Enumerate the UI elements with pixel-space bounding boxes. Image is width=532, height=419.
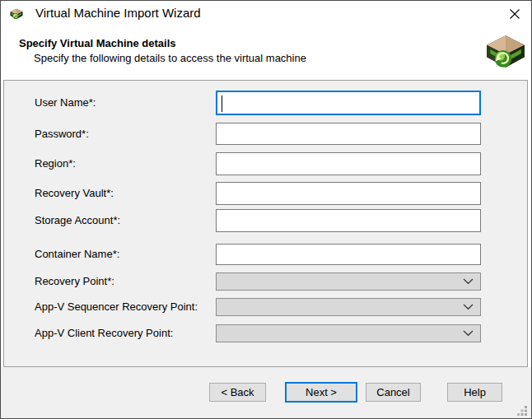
- region-label: Region*:: [35, 152, 76, 175]
- back-button[interactable]: < Back: [209, 383, 266, 402]
- recovery-vault-label: Recovery Vault*:: [35, 182, 114, 205]
- password-input-box: [216, 123, 481, 145]
- container-name-input-box: [216, 244, 481, 265]
- footer-bar: < Back Next > Cancel Help: [1, 367, 531, 418]
- region-input-box: [216, 152, 481, 175]
- titlebar: Virtual Machine Import Wizard: [1, 1, 531, 26]
- wizard-window: Virtual Machine Import Wizard Specify Vi…: [0, 0, 532, 419]
- user-name-input-box: [216, 91, 481, 115]
- user-name-input[interactable]: [217, 92, 479, 114]
- chevron-down-icon: [463, 330, 474, 337]
- password-label: Password*:: [35, 123, 89, 145]
- close-button[interactable]: [504, 5, 525, 23]
- help-button[interactable]: Help: [447, 383, 502, 402]
- wizard-header: Specify Virtual Machine details Specify …: [1, 26, 531, 80]
- cancel-button[interactable]: Cancel: [366, 383, 421, 402]
- app-icon: [10, 7, 23, 21]
- details-panel: User Name*: Password*: Region*: Recovery…: [3, 80, 528, 367]
- storage-account-input[interactable]: [217, 210, 480, 231]
- container-name-input[interactable]: [217, 244, 480, 264]
- appv-client-recovery-point-dropdown[interactable]: [216, 324, 481, 342]
- appv-sequencer-recovery-point-label: App-V Sequencer Recovery Point:: [35, 298, 198, 316]
- recovery-point-label: Recovery Point*:: [35, 272, 114, 291]
- region-input[interactable]: [217, 153, 480, 175]
- storage-account-input-box: [216, 209, 481, 232]
- password-input[interactable]: [217, 123, 480, 144]
- page-title: Specify Virtual Machine details: [19, 37, 176, 49]
- recovery-vault-input-box: [216, 182, 481, 205]
- chevron-down-icon: [463, 278, 474, 285]
- next-button[interactable]: Next >: [285, 382, 357, 403]
- text-caret: [222, 95, 222, 112]
- recovery-point-dropdown[interactable]: [216, 272, 481, 291]
- appv-client-recovery-point-label: App-V Client Recovery Point:: [35, 324, 173, 342]
- chevron-down-icon: [463, 304, 474, 310]
- appv-sequencer-recovery-point-dropdown[interactable]: [216, 298, 481, 316]
- close-icon: [509, 8, 520, 20]
- container-name-label: Container Name*:: [35, 244, 119, 265]
- recovery-vault-input[interactable]: [217, 183, 480, 204]
- resize-grip[interactable]: [516, 404, 528, 416]
- storage-account-label: Storage Account*:: [35, 209, 120, 232]
- user-name-label: User Name*:: [35, 91, 96, 115]
- wizard-box-icon: [485, 31, 526, 72]
- window-title: Virtual Machine Import Wizard: [35, 6, 201, 20]
- page-subtitle: Specify the following details to access …: [34, 52, 306, 64]
